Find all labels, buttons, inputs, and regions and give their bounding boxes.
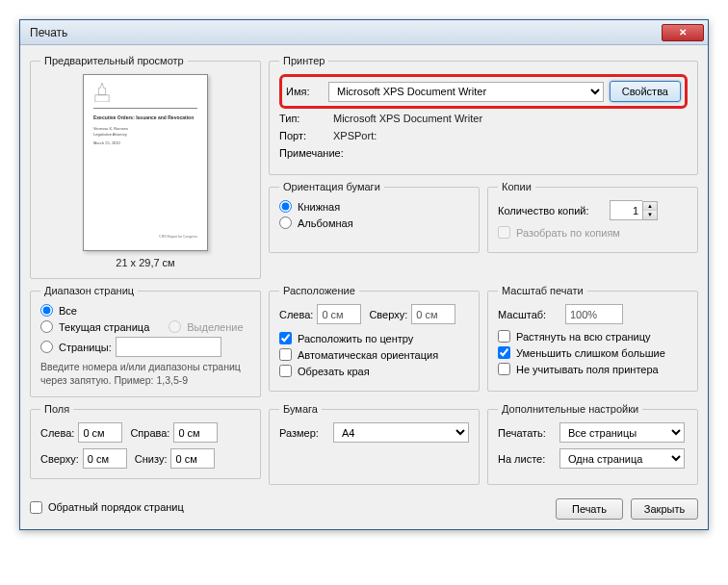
extra-group: Дополнительные настройки Печатать: Все с… (487, 403, 698, 485)
fit-label: Растянуть на всю страницу (516, 331, 651, 343)
close-icon[interactable]: ✕ (662, 24, 704, 41)
printer-type-label: Тип: (279, 113, 327, 124)
orientation-group: Ориентация бумаги Книжная Альбомная (269, 181, 480, 253)
range-current-radio[interactable] (40, 320, 53, 333)
extra-legend: Дополнительные настройки (498, 403, 642, 415)
printer-name-label: Имя: (286, 86, 323, 97)
printer-name-select[interactable]: Microsoft XPS Document Writer (328, 82, 604, 102)
ignore-margins-label: Не учитывать поля принтера (516, 364, 659, 375)
copies-spinner[interactable]: ▲▼ (610, 200, 658, 220)
layout-legend: Расположение (279, 285, 359, 296)
titlebar: Печать ✕ (20, 20, 708, 45)
shrink-label: Уменьшить слишком большие (516, 347, 665, 359)
paper-group: Бумага Размер: A4 (269, 403, 480, 485)
printer-group: Принтер Имя: Microsoft XPS Document Writ… (269, 55, 698, 175)
landscape-radio[interactable] (279, 216, 292, 229)
margin-left-input[interactable] (78, 422, 122, 443)
reverse-order-label: Обратный порядок страниц (48, 501, 184, 513)
margin-top-input[interactable] (83, 448, 127, 469)
print-dialog: Печать ✕ Предварительный просмотр Execut… (19, 19, 709, 530)
center-checkbox[interactable] (279, 332, 292, 344)
orientation-legend: Ориентация бумаги (279, 181, 384, 192)
copies-count-label: Количество копий: (498, 205, 604, 216)
range-legend: Диапазон страниц (40, 285, 138, 296)
copies-legend: Копии (498, 181, 535, 192)
portrait-radio[interactable] (279, 200, 292, 213)
capitol-icon (93, 83, 111, 102)
close-button[interactable]: Закрыть (631, 498, 698, 520)
preview-group: Предварительный просмотр Executive Order… (30, 55, 261, 279)
per-sheet-label: На листе: (498, 453, 554, 465)
center-label: Расположить по центру (298, 333, 413, 344)
layout-top-label: Сверху: (369, 309, 407, 320)
collate-checkbox (498, 226, 510, 239)
preview-dimensions: 21 x 29,7 см (116, 257, 174, 268)
per-sheet-select[interactable]: Одна страница (559, 448, 685, 469)
margin-bottom-input[interactable] (170, 448, 215, 469)
print-which-label: Печатать: (498, 427, 554, 439)
layout-group: Расположение Слева: Сверху: (269, 285, 480, 392)
layout-top-input (411, 304, 455, 324)
printer-port-value: XPSPort: (333, 130, 377, 141)
margin-right-input[interactable] (173, 422, 218, 443)
layout-left-label: Слева: (279, 309, 313, 320)
range-current-label: Текущая страница (59, 321, 149, 333)
range-group: Диапазон страниц Все Текущая страница Вы… (30, 285, 261, 397)
spin-up-icon[interactable]: ▲ (643, 202, 657, 211)
collate-label: Разобрать по копиям (516, 227, 620, 239)
auto-orient-label: Автоматическая ориентация (298, 349, 438, 361)
portrait-label: Книжная (298, 201, 340, 213)
printer-note-label: Примечание: (279, 147, 344, 159)
shrink-checkbox[interactable] (498, 346, 510, 359)
preview-legend: Предварительный просмотр (40, 55, 188, 66)
range-selection-radio (169, 320, 181, 333)
ignore-margins-checkbox[interactable] (498, 363, 510, 375)
printer-legend: Принтер (279, 55, 328, 66)
preview-page: Executive Orders: Issuance and Revocatio… (83, 74, 208, 251)
margin-left-label: Слева: (40, 427, 74, 439)
printer-port-label: Порт: (279, 130, 327, 141)
spin-down-icon[interactable]: ▼ (643, 211, 657, 219)
range-pages-label: Страницы: (59, 342, 112, 353)
scale-label: Масштаб: (498, 309, 559, 320)
range-selection-label: Выделение (187, 321, 243, 333)
reverse-order-checkbox[interactable] (30, 501, 42, 514)
layout-left-input (317, 304, 361, 324)
properties-button[interactable]: Свойства (610, 81, 681, 102)
paper-size-label: Размер: (279, 427, 327, 439)
margin-bottom-label: Снизу: (135, 453, 168, 465)
scale-group: Масштаб печати Масштаб: Растянуть на всю… (487, 285, 698, 392)
landscape-label: Альбомная (298, 217, 353, 229)
margin-top-label: Сверху: (40, 453, 79, 465)
auto-orient-checkbox[interactable] (279, 348, 292, 361)
copies-group: Копии Количество копий: ▲▼ Разобрать по … (487, 181, 698, 253)
range-all-label: Все (59, 305, 77, 317)
fit-checkbox[interactable] (498, 330, 510, 343)
printer-type-value: Microsoft XPS Document Writer (333, 113, 482, 124)
range-all-radio[interactable] (40, 304, 53, 317)
copies-input[interactable] (610, 200, 642, 220)
scale-legend: Масштаб печати (498, 285, 587, 296)
scale-input (565, 304, 623, 324)
print-which-select[interactable]: Все страницы (559, 422, 685, 443)
margin-right-label: Справа: (130, 427, 169, 439)
window-title: Печать (30, 26, 662, 39)
print-button[interactable]: Печать (556, 498, 623, 520)
range-hint: Введите номера и/или диапазоны страниц ч… (40, 361, 250, 387)
printer-name-row-highlight: Имя: Microsoft XPS Document Writer Свойс… (279, 74, 688, 109)
crop-label: Обрезать края (298, 366, 370, 377)
margins-group: Поля Слева: Справа: Сверху: (30, 403, 261, 479)
range-pages-input[interactable] (116, 337, 221, 357)
crop-checkbox[interactable] (279, 365, 292, 377)
paper-legend: Бумага (279, 403, 322, 415)
margins-legend: Поля (40, 403, 73, 415)
range-pages-radio[interactable] (40, 341, 53, 353)
paper-size-select[interactable]: A4 (333, 422, 469, 443)
